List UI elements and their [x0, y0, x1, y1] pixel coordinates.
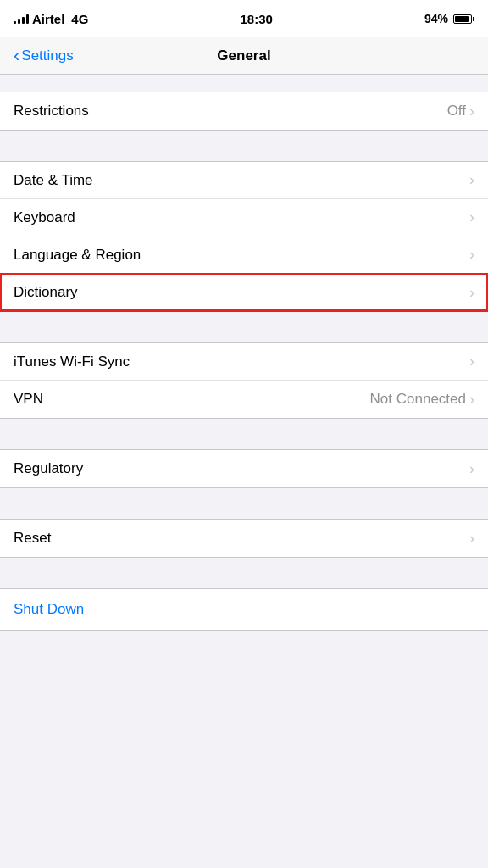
spacer-2: [0, 312, 488, 342]
restrictions-label: Restrictions: [14, 103, 89, 120]
itunes-wifi-row[interactable]: iTunes Wi-Fi Sync ›: [0, 343, 488, 381]
reset-label: Reset: [14, 530, 51, 547]
language-region-row[interactable]: Language & Region ›: [0, 236, 488, 274]
shutdown-label: Shut Down: [14, 601, 84, 617]
dictionary-label: Dictionary: [14, 284, 78, 301]
status-right: 94%: [424, 12, 474, 25]
spacer-5: [0, 558, 488, 588]
chevron-icon: ›: [469, 353, 474, 370]
vpn-row[interactable]: VPN Not Connected ›: [0, 381, 488, 418]
restrictions-value: Off ›: [447, 103, 474, 120]
keyboard-label: Keyboard: [14, 209, 75, 226]
keyboard-row[interactable]: Keyboard ›: [0, 199, 488, 236]
vpn-status: Not Connected: [370, 391, 466, 408]
back-button[interactable]: ‹ Settings: [7, 43, 80, 69]
regulatory-row[interactable]: Regulatory ›: [0, 450, 488, 487]
language-region-label: Language & Region: [14, 247, 141, 264]
spacer-4: [0, 488, 488, 519]
date-time-right: ›: [469, 171, 474, 189]
regulatory-right: ›: [469, 460, 474, 478]
vpn-right: Not Connected ›: [370, 391, 474, 409]
reset-section: Reset ›: [0, 519, 488, 558]
network-label: 4G: [71, 12, 88, 26]
itunes-section: iTunes Wi-Fi Sync › VPN Not Connected ›: [0, 342, 488, 419]
carrier-label: Airtel: [32, 12, 64, 26]
date-time-row[interactable]: Date & Time ›: [0, 162, 488, 199]
chevron-icon: ›: [469, 209, 474, 226]
restrictions-row[interactable]: Restrictions Off ›: [0, 92, 488, 130]
reset-right: ›: [469, 530, 474, 548]
spacer-1: [0, 131, 488, 161]
spacer-3: [0, 419, 488, 449]
general-section: Date & Time › Keyboard › Language & Regi…: [0, 161, 488, 312]
dictionary-row[interactable]: Dictionary ›: [0, 274, 488, 311]
battery-icon: [453, 14, 474, 24]
chevron-icon: ›: [469, 391, 474, 409]
chevron-icon: ›: [469, 460, 474, 478]
date-time-label: Date & Time: [14, 172, 93, 189]
chevron-icon: ›: [469, 103, 474, 120]
status-bar: Airtel 4G 18:30 94%: [0, 0, 488, 37]
status-left: Airtel 4G: [14, 12, 88, 26]
spacer-top: [0, 75, 488, 92]
regulatory-label: Regulatory: [14, 460, 83, 477]
chevron-icon: ›: [469, 530, 474, 548]
battery-percent: 94%: [424, 12, 448, 25]
itunes-wifi-label: iTunes Wi-Fi Sync: [14, 353, 130, 370]
keyboard-right: ›: [469, 209, 474, 226]
itunes-wifi-right: ›: [469, 353, 474, 370]
nav-bar: ‹ Settings General: [0, 37, 488, 75]
restrictions-section: Restrictions Off ›: [0, 92, 488, 131]
reset-row[interactable]: Reset ›: [0, 520, 488, 557]
back-chevron-icon: ‹: [14, 47, 19, 65]
chevron-icon: ›: [469, 171, 474, 189]
page-title: General: [217, 47, 270, 64]
regulatory-section: Regulatory ›: [0, 449, 488, 488]
vpn-label: VPN: [14, 391, 43, 408]
signal-icon: [14, 14, 29, 24]
back-label: Settings: [21, 47, 73, 64]
clock: 18:30: [240, 12, 272, 26]
language-region-right: ›: [469, 246, 474, 264]
chevron-icon: ›: [469, 246, 474, 264]
restrictions-status: Off: [447, 103, 466, 120]
chevron-icon: ›: [469, 284, 474, 302]
shutdown-row[interactable]: Shut Down: [0, 588, 488, 631]
dictionary-right: ›: [469, 284, 474, 302]
